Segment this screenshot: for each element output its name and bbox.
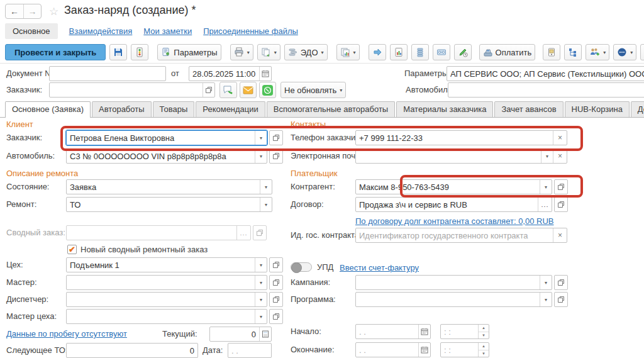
next-service-date-input[interactable] bbox=[228, 344, 271, 357]
master-input[interactable] bbox=[67, 276, 255, 289]
contractor-field[interactable]: ▾ bbox=[355, 179, 552, 194]
structure-button[interactable] bbox=[564, 44, 582, 60]
state-dropdown-icon[interactable]: ▾ bbox=[260, 180, 272, 194]
gov-contract-input[interactable] bbox=[356, 228, 553, 242]
contractor-dropdown-icon[interactable]: ▾ bbox=[540, 180, 552, 194]
spin-down-icon[interactable]: ▼ bbox=[479, 332, 489, 339]
client-car-open-button[interactable] bbox=[269, 148, 283, 164]
spin-down-icon[interactable]: ▼ bbox=[479, 350, 489, 357]
phone-field[interactable]: × bbox=[355, 130, 567, 145]
tab-advance-offset[interactable]: Зачет авансов bbox=[494, 101, 563, 117]
start-time-field[interactable]: ▲▼ bbox=[440, 324, 489, 339]
next-service-input[interactable] bbox=[67, 344, 197, 357]
email-field[interactable]: ▾ × bbox=[355, 148, 567, 164]
invoice-link[interactable]: Ввести счет-фактуру bbox=[340, 263, 419, 273]
new-summary-checkbox-label[interactable]: Новый сводный ремонтный заказ bbox=[80, 242, 208, 257]
card-button[interactable] bbox=[433, 44, 450, 60]
end-time-field[interactable]: ▲▼ bbox=[440, 342, 489, 357]
doc-date-field[interactable] bbox=[189, 66, 272, 81]
no-update-button[interactable]: Не обновлять▾ bbox=[280, 82, 346, 98]
car-quick-field[interactable] bbox=[448, 82, 644, 98]
doc-date-input[interactable] bbox=[189, 67, 259, 81]
shop-input[interactable] bbox=[67, 258, 255, 272]
reports-button[interactable]: ▾ bbox=[336, 44, 360, 60]
campaign-field[interactable]: ▾ bbox=[355, 275, 552, 290]
badge-button[interactable] bbox=[543, 44, 560, 60]
client-car-field[interactable]: ▾ bbox=[66, 148, 267, 164]
call-chat-button[interactable] bbox=[219, 82, 237, 98]
params-field[interactable] bbox=[447, 66, 644, 81]
shop-master-field[interactable]: ▾ bbox=[66, 309, 267, 324]
doc-number-input[interactable] bbox=[50, 67, 165, 81]
email-input[interactable] bbox=[356, 149, 541, 163]
state-field[interactable]: ▾ bbox=[66, 179, 272, 194]
whatsapp-button[interactable] bbox=[259, 82, 276, 98]
nav-link-attached-files[interactable]: Присоединенные файлы bbox=[203, 26, 298, 36]
edit-time-button[interactable] bbox=[454, 44, 472, 60]
master-field[interactable]: ▾ bbox=[66, 275, 267, 290]
program-dropdown-icon[interactable]: ▾ bbox=[540, 293, 552, 306]
calendar-icon[interactable] bbox=[418, 343, 430, 357]
repair-input[interactable] bbox=[67, 198, 260, 211]
spin-up-icon[interactable]: ▲ bbox=[479, 343, 489, 350]
master-dropdown-icon[interactable]: ▾ bbox=[255, 276, 267, 289]
tab-autoworks[interactable]: Автоработы bbox=[92, 101, 151, 117]
add-customer-dropdown-icon[interactable]: ▾ bbox=[603, 50, 606, 55]
print-dropdown-icon[interactable]: ▾ bbox=[247, 50, 250, 55]
client-customer-field[interactable]: ▾ bbox=[66, 130, 267, 145]
back-button[interactable]: ← bbox=[6, 4, 23, 18]
more-actions-dropdown-icon[interactable]: ▾ bbox=[630, 50, 633, 55]
nav-link-my-notes[interactable]: Мои заметки bbox=[143, 26, 192, 36]
contract-input[interactable] bbox=[356, 198, 538, 211]
shop-field[interactable]: ▾ bbox=[66, 257, 267, 272]
no-update-dropdown-icon[interactable]: ▾ bbox=[340, 87, 342, 93]
spin-up-icon[interactable]: ▲ bbox=[479, 325, 489, 332]
edo-dropdown-icon[interactable]: ▾ bbox=[321, 50, 324, 55]
more-actions-button[interactable]: ▾ bbox=[613, 44, 636, 60]
calendar-icon[interactable] bbox=[418, 325, 430, 338]
campaign-dropdown-icon[interactable]: ▾ bbox=[540, 276, 552, 289]
client-customer-open-button[interactable] bbox=[269, 130, 283, 145]
repair-dropdown-icon[interactable]: ▾ bbox=[260, 198, 272, 211]
open-link-icon[interactable] bbox=[203, 83, 214, 97]
customer-quick-field[interactable] bbox=[49, 82, 215, 98]
phone-input[interactable] bbox=[356, 131, 553, 145]
print-button[interactable]: ▾ bbox=[230, 44, 253, 60]
end-date-field[interactable] bbox=[355, 342, 431, 357]
tab-additional[interactable]: Дополнительно bbox=[631, 101, 644, 117]
shop-open-button[interactable] bbox=[269, 257, 283, 272]
post-and-close-button[interactable]: Провести и закрыть bbox=[5, 44, 106, 60]
forward-flow-button[interactable] bbox=[369, 44, 386, 60]
reports-dropdown-icon[interactable]: ▾ bbox=[353, 50, 356, 55]
customer-quick-input[interactable] bbox=[50, 83, 203, 97]
mileage-link[interactable]: Данные по пробегу отсутствуют bbox=[6, 329, 127, 339]
client-car-dropdown-icon[interactable]: ▾ bbox=[255, 149, 267, 163]
program-input[interactable] bbox=[356, 293, 540, 306]
calculator-icon[interactable] bbox=[259, 327, 271, 341]
new-summary-checkbox[interactable]: ✔ bbox=[67, 245, 77, 254]
contract-field[interactable]: ... bbox=[355, 197, 552, 212]
dispatcher-open-button[interactable] bbox=[269, 292, 283, 307]
favorite-star-icon[interactable]: ☆ bbox=[49, 5, 58, 18]
client-customer-dropdown-icon[interactable]: ▾ bbox=[255, 131, 267, 145]
email-clear-icon[interactable]: × bbox=[553, 149, 567, 163]
client-customer-input[interactable] bbox=[67, 131, 255, 145]
dispatcher-field[interactable]: ▾ bbox=[66, 292, 267, 307]
edo-button[interactable]: ЭДО▾ bbox=[284, 44, 328, 60]
master-open-button[interactable] bbox=[269, 275, 283, 290]
nav-link-interactions[interactable]: Взаимодействия bbox=[69, 26, 133, 36]
start-date-input[interactable] bbox=[356, 325, 418, 338]
params-input[interactable] bbox=[447, 67, 644, 81]
vehicle-button[interactable]: ▾ bbox=[640, 44, 644, 60]
end-date-input[interactable] bbox=[356, 343, 418, 357]
save-button[interactable] bbox=[109, 44, 127, 60]
current-mileage-input[interactable] bbox=[210, 327, 259, 341]
current-mileage-field[interactable] bbox=[209, 327, 272, 342]
shop-master-open-button[interactable] bbox=[269, 309, 283, 324]
email-dropdown-icon[interactable]: ▾ bbox=[541, 149, 553, 163]
start-time-spinner[interactable]: ▲▼ bbox=[478, 325, 489, 338]
contractor-input[interactable] bbox=[356, 180, 540, 194]
tab-main-request[interactable]: Основное (Заявка) bbox=[5, 101, 91, 118]
shop-master-input[interactable] bbox=[67, 310, 255, 323]
doc-number-field[interactable] bbox=[49, 66, 166, 81]
